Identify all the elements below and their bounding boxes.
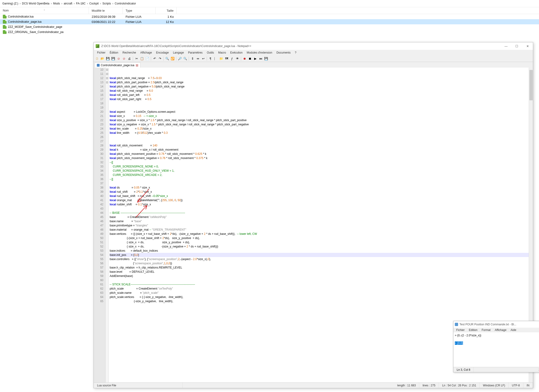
code-line[interactable]: local pitch_stick_part_positive = 2.5/pi… (110, 80, 529, 84)
code-line[interactable] (110, 68, 529, 72)
breadcrumb-item[interactable]: aircraft (64, 2, 72, 5)
mini-text-area[interactable]: = {0,-(2 - 2.0*size_x)} = {0,0} (453, 332, 539, 367)
maximize-button[interactable]: ☐ (511, 42, 522, 50)
breadcrumb-item[interactable]: Scripts (102, 2, 111, 5)
menu-exécution[interactable]: Exécution (228, 50, 244, 55)
menubar[interactable]: FichierÉditionRechercheAffichageEncodage… (94, 50, 533, 55)
breadcrumb-item[interactable]: DCS World OpenBeta (22, 2, 49, 5)
code-line[interactable]: local orange_mat = MakeMaterial("", {255… (110, 198, 529, 202)
mini-menu-format[interactable]: Format (480, 328, 492, 332)
show-chars-icon[interactable]: ¶ (208, 56, 213, 61)
menu-affichage[interactable]: Affichage (138, 50, 154, 55)
play-icon[interactable]: ▶ (253, 56, 258, 61)
monitor-icon[interactable]: 👁 (235, 56, 240, 61)
code-line[interactable]: local tex_scale = 0.25/size_x (110, 126, 529, 131)
code-line[interactable]: local size_y_positive = size_x * 1.5 * p… (110, 118, 529, 122)
code-line[interactable]: local roll_stick_movement = 140 (110, 143, 529, 148)
breadcrumb-item[interactable]: FA-18C (76, 2, 86, 5)
find-icon[interactable]: 🔍 (165, 56, 169, 61)
toolbar[interactable]: 🗋 📂 💾 💾 ⊘ ⊘ 🖨 ✂ 📋 📄 ↶ ↷ 🔍 🔁 🔎 🔍 ⇕ ⇔ ↩ ¶ … (94, 55, 533, 62)
code-line[interactable]: local rud_shift = 2*0.1*size_x (110, 190, 529, 194)
code-line[interactable]: {-size_y_negative, line_width}, (110, 299, 529, 303)
breadcrumb-item[interactable]: Mods (53, 2, 60, 5)
file-row[interactable]: ZZZ_ORIGINAL_Save_ControlsIndicator_pa (0, 29, 539, 35)
breadcrumb-item[interactable]: Gaming) (Z:) (2, 2, 18, 5)
code-line[interactable]: -- STICK SCALE--------------------------… (110, 282, 529, 286)
mini-menu-edition[interactable]: Edition (467, 328, 479, 332)
menu-langage[interactable]: Langage (171, 50, 186, 55)
code-line[interactable] (110, 106, 529, 110)
col-modified[interactable]: Modifié le (89, 7, 123, 14)
code-line[interactable]: local pitch_stick_movement_positive = 0.… (110, 152, 529, 156)
code-line[interactable] (110, 72, 529, 76)
col-size[interactable]: Taille (155, 7, 177, 14)
zoom-out-icon[interactable]: 🔍 (183, 56, 188, 61)
code-line[interactable]: AddElement(base) (110, 274, 529, 278)
breadcrumb-item[interactable]: ControlsIndicator (115, 2, 136, 5)
play-multi-icon[interactable]: ⏭ (258, 56, 263, 61)
tab-close-icon[interactable]: ⊠ (136, 63, 138, 67)
save-icon[interactable]: 💾 (106, 56, 110, 61)
code-line[interactable]: -- BASE --------------------------------… (110, 211, 529, 215)
code-line[interactable]: local pitch_stick_real_range = 7.5--9.03 (110, 76, 529, 80)
code-line[interactable]: base.primitivetype = "triangles" (110, 223, 529, 227)
menu-outils[interactable]: Outils (205, 50, 216, 55)
close-button[interactable]: ✕ (522, 42, 533, 50)
code-line[interactable]: local roll_stick_real_range = 6.0 (110, 89, 529, 93)
code-line[interactable]: local roll_stick_part_right = 0.5 (110, 97, 529, 101)
menu-paramètres[interactable]: Paramètres (186, 50, 204, 55)
wrap-icon[interactable]: ↩ (201, 56, 206, 61)
indent-guide-icon[interactable]: ⎸ (213, 56, 218, 61)
code-line[interactable] (110, 278, 529, 282)
folder-icon[interactable]: 📁 (219, 56, 224, 61)
tab-bar[interactable]: ControlsIndicator_page.lua ⊠ (94, 62, 533, 68)
code-line[interactable]: base.indices = default_box_indices (110, 249, 529, 253)
code-line[interactable]: base.init_pos = {0,0} (110, 253, 529, 257)
code-line[interactable]: pitch_scale.name = "pitch_scale" (110, 291, 529, 295)
file-row[interactable]: ZZZ_MODIF_Save_ControlsIndicator_page (0, 24, 539, 29)
record-icon[interactable]: ⏺ (242, 56, 247, 61)
code-line[interactable]: CURR_SCREENSPACE_ARCADE = 2, (110, 173, 529, 177)
code-line[interactable] (110, 101, 529, 106)
sync-h-icon[interactable]: ⇔ (196, 56, 200, 61)
new-file-icon[interactable]: 🗋 (95, 56, 99, 61)
file-row[interactable]: ControlsIndicator_page.lua03/06/2021 22:… (0, 19, 539, 24)
code-line[interactable]: local size_y_negative = size_x * 1.5 * p… (110, 122, 529, 126)
code-line[interactable] (110, 135, 529, 139)
code-line[interactable]: pitch_scale = CreateElement "ceTexPoly" (110, 286, 529, 291)
mini-menu-fichier[interactable]: Fichier (454, 328, 467, 332)
close-all-icon[interactable]: ⊘ (122, 56, 126, 61)
code-line[interactable] (110, 181, 529, 185)
code-line[interactable]: local pitch_stick_part_negative = 5.0/pi… (110, 84, 529, 89)
save-macro-icon[interactable]: 💾 (264, 56, 269, 61)
mini-menu-aide[interactable]: Aide (509, 328, 518, 332)
col-type[interactable]: Type (123, 7, 155, 14)
menu-?[interactable]: ? (293, 50, 298, 55)
breadcrumb-item[interactable]: Cockpit (89, 2, 99, 5)
code-line[interactable]: local rud_base_shift = rud_shift --0.05*… (110, 194, 529, 198)
redo-icon[interactable]: ↷ (158, 56, 162, 61)
menu-macro[interactable]: Macro (216, 50, 228, 55)
code-line[interactable]: base = CreateElement "ceMeshPoly" (110, 215, 529, 219)
doc-map-icon[interactable]: 🗺 (224, 56, 229, 61)
copy-icon[interactable]: 📋 (140, 56, 144, 61)
menu-recherche[interactable]: Recherche (121, 50, 138, 55)
code-line[interactable]: {-(size_x + rud_base_shift + 2*ds), size… (110, 236, 529, 240)
print-icon[interactable]: 🖨 (127, 56, 132, 61)
func-list-icon[interactable]: ƒ (230, 56, 234, 61)
code-line[interactable]: local size_x = 0.15 -- +-size_x (110, 114, 529, 118)
code-line[interactable]: local k = size_x / roll_stick_movement (110, 148, 529, 152)
open-file-icon[interactable]: 📂 (100, 56, 105, 61)
mini-menubar[interactable]: FichierEditionFormatAffichageAide (453, 328, 539, 332)
zoom-in-icon[interactable]: 🔎 (178, 56, 182, 61)
titlebar[interactable]: Z:\DCS World OpenBeta\Mods\aircraft\FA-1… (94, 42, 533, 50)
menu-fichier[interactable]: Fichier (95, 50, 107, 55)
sync-v-icon[interactable]: ⇕ (190, 56, 195, 61)
code-line[interactable]: --[[ (110, 160, 529, 165)
file-row[interactable]: ControlsIndicator.lua23/01/2018 09:39Fic… (0, 14, 539, 19)
code-line[interactable] (110, 139, 529, 143)
code-line[interactable]: CURR_SCREENSPACE_NONE = 0, (110, 165, 529, 169)
menu-encodage[interactable]: Encodage (154, 50, 171, 55)
code-line[interactable]: {"screenspace_position",1,0,0}} (110, 261, 529, 266)
code-line[interactable]: { size_x + ds, -(size_y_negative + 2 * d… (110, 244, 529, 249)
